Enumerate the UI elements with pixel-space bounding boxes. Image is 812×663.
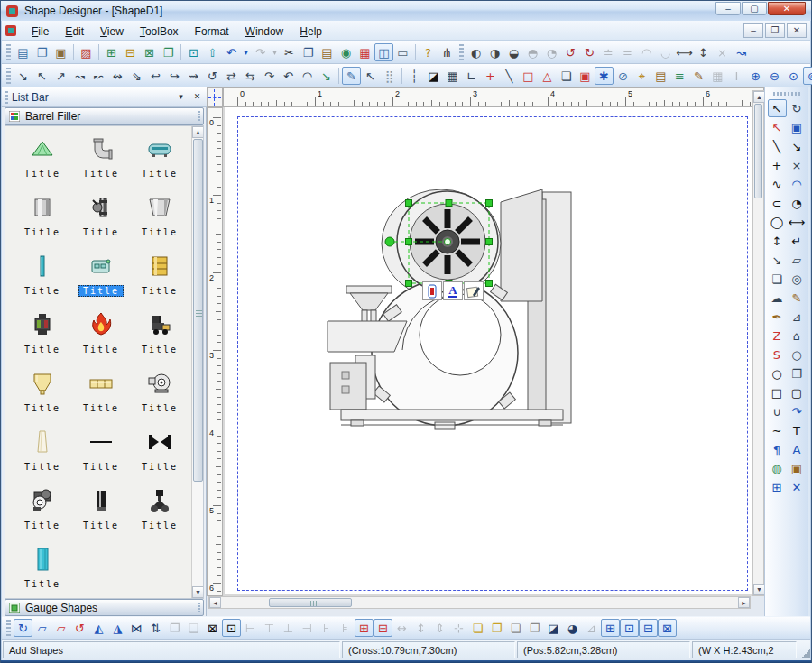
frame-tool-icon[interactable]: ▣ [576, 67, 595, 85]
circle-tool-icon[interactable]: ○ [768, 364, 787, 382]
selection-handle[interactable] [486, 281, 493, 287]
weld-shapes-icon[interactable]: ◐ [466, 43, 485, 61]
list-item-cylinder[interactable]: Title [14, 192, 70, 246]
toolbar-grip[interactable] [6, 68, 11, 84]
rotate-left-icon[interactable]: ↺ [561, 43, 580, 61]
subtract-dark-icon[interactable]: ◕ [563, 619, 582, 637]
node-markers-icon[interactable]: + [481, 67, 500, 85]
snap-grid-icon[interactable]: ⣿ [380, 67, 399, 85]
connector-dual-2-icon[interactable]: ⇆ [241, 67, 260, 85]
paste-icon[interactable]: ▤ [318, 43, 337, 61]
rect-3d-tool-icon[interactable]: ❐ [788, 364, 807, 382]
connector-arc-right-icon[interactable]: ↷ [260, 67, 279, 85]
table-tool-icon[interactable]: ⊞ [768, 478, 787, 496]
guides-icon[interactable]: ┆ [405, 67, 424, 85]
selection-handle[interactable] [406, 200, 412, 207]
word-art-tool-icon[interactable]: A [788, 440, 807, 458]
selection-handle[interactable] [406, 239, 412, 245]
connector-dual-icon[interactable]: ⇄ [222, 67, 241, 85]
list-item-control-box[interactable]: Title [73, 251, 129, 305]
arc-tool-icon[interactable]: ⊂ [768, 194, 787, 212]
scrollbar-thumb[interactable] [193, 139, 203, 482]
shape-select-icon[interactable]: ❏ [557, 67, 576, 85]
selection-handle[interactable] [486, 200, 493, 207]
undo-icon[interactable]: ↶ [222, 43, 241, 61]
copy-shape-icon[interactable]: ❐ [159, 43, 178, 61]
connector-double-icon[interactable]: ↭ [108, 67, 127, 85]
center-page-horizontal-icon[interactable]: ⊞ [601, 619, 620, 637]
arc-point-tool-icon[interactable]: ◠ [788, 175, 807, 193]
menu-window[interactable]: Window [237, 23, 292, 41]
connector-curved-icon[interactable]: ↜ [89, 67, 108, 85]
connector-smooth-icon[interactable]: ◠ [298, 67, 317, 85]
drawing-viewport[interactable]: A [223, 107, 752, 596]
scroll-right-icon[interactable]: ► [738, 597, 750, 608]
list-item-pump-assembly[interactable]: Title [14, 485, 70, 539]
polyline-tool-icon[interactable]: ∿ [768, 175, 787, 193]
connector-node-icon[interactable]: ↘ [317, 67, 336, 85]
reroute-connector-icon[interactable]: ↝ [732, 43, 751, 61]
close-toolbar-icon[interactable]: ✕ [788, 478, 807, 496]
skew-vertical-icon[interactable]: ▱ [51, 619, 70, 637]
rotate-tool-icon[interactable]: ↻ [788, 99, 807, 117]
connector-wave-icon[interactable]: ↝ [70, 67, 89, 85]
zoom-region-icon[interactable]: ⊘ [614, 67, 632, 85]
maximize-button[interactable]: ▢ [742, 2, 767, 15]
upload-shape-icon[interactable]: ⇧ [203, 43, 222, 61]
curve-handle-tool-icon[interactable]: ↷ [788, 402, 807, 420]
rotate-triangle-right-icon[interactable]: ◮ [108, 619, 127, 637]
connector-diagonal-icon[interactable]: ↗ [51, 67, 70, 85]
page-layout-icon[interactable]: ◫ [374, 43, 393, 61]
connector-squiggle-icon[interactable]: ⇝ [184, 67, 203, 85]
connector-loop-icon[interactable]: ↺ [203, 67, 222, 85]
close-button[interactable]: ✕ [768, 2, 806, 15]
connector-arc-left-icon[interactable]: ↶ [279, 67, 298, 85]
intersect-shapes-icon[interactable]: ◒ [504, 43, 523, 61]
open-shape-folder-icon[interactable]: ▨ [77, 43, 96, 61]
toolbar-grip[interactable] [459, 44, 464, 60]
list-scrollbar[interactable]: ▲ ▼ [191, 126, 203, 598]
connector-hook-left-icon[interactable]: ↩ [146, 67, 165, 85]
center-page-vertical-icon[interactable]: ⊡ [620, 619, 639, 637]
picture-tool-icon[interactable]: ▣ [788, 459, 807, 477]
polygon-closed-tool-icon[interactable]: ⌂ [788, 327, 807, 345]
list-item-pipe-elbow[interactable]: Title [73, 134, 129, 188]
machine-duct[interactable] [328, 321, 407, 352]
panel-close-icon[interactable]: ✕ [190, 90, 204, 104]
fit-page-height-icon[interactable]: ⊠ [658, 619, 677, 637]
list-item-vessel-tapered[interactable]: Title [132, 192, 188, 246]
menu-file[interactable]: File [23, 23, 57, 41]
toolbar-grip[interactable] [6, 44, 11, 60]
lock-icon[interactable]: ⊠ [203, 619, 222, 637]
add-shape-table-icon[interactable]: ⊞ [102, 43, 121, 61]
select-icon[interactable]: ↖ [768, 99, 787, 117]
callout-rect-tool-icon[interactable]: ❏ [768, 270, 787, 288]
machine-base[interactable] [341, 410, 563, 420]
list-item-blower[interactable]: Title [132, 368, 188, 422]
export-shape-icon[interactable]: ⊟ [121, 43, 140, 61]
ellipse-plain-tool-icon[interactable]: ○ [788, 345, 807, 364]
drawing-machine[interactable] [315, 175, 586, 446]
scroll-left-icon[interactable]: ◄ [209, 597, 221, 608]
list-item-machine-robot[interactable]: Title [14, 309, 70, 364]
combine-shapes-icon[interactable]: ◑ [485, 43, 504, 61]
list-item-flame[interactable]: Title [73, 309, 129, 364]
color-palette-icon[interactable]: ▦ [355, 43, 374, 61]
pie-tool-icon[interactable]: ◔ [788, 194, 807, 212]
callout-cloud-tool-icon[interactable]: ☁ [768, 289, 787, 307]
dimension-v-tool-icon[interactable]: ↕ [768, 232, 787, 250]
menu-format[interactable]: Format [187, 23, 237, 41]
connector-elbow-2-icon[interactable]: ⇘ [127, 67, 146, 85]
pointer-mode-icon[interactable]: ↖ [361, 67, 380, 85]
node-edit-icon[interactable]: ▣ [788, 118, 807, 136]
snap-options-icon[interactable]: ✱ [595, 67, 614, 85]
selection-handle[interactable] [486, 239, 493, 245]
machine-hopper[interactable] [346, 286, 392, 293]
fit-page-width-icon[interactable]: ⊟ [639, 619, 658, 637]
mdi-close-button[interactable]: ✕ [787, 23, 807, 38]
layers-icon[interactable]: ≡ [670, 67, 689, 85]
unlock-icon[interactable]: ⊡ [222, 619, 241, 637]
panel-collapse-icon[interactable]: ▾ [174, 90, 188, 104]
list-item-tank-horizontal[interactable]: Title [132, 134, 188, 188]
center-vertical-icon[interactable]: ⊟ [374, 619, 392, 637]
